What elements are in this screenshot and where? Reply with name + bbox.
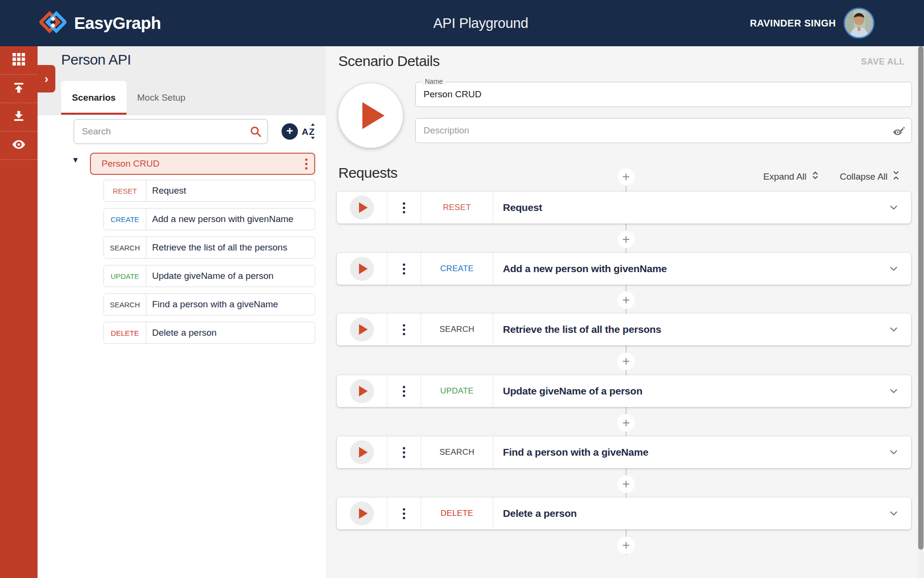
- run-request-button[interactable]: [350, 501, 374, 525]
- request-card[interactable]: RESET Request: [337, 192, 911, 223]
- chevron-down-icon: [888, 263, 899, 275]
- card-play-cell: [337, 375, 387, 407]
- run-request-button[interactable]: [350, 257, 374, 281]
- scrollbar[interactable]: [917, 46, 924, 578]
- method-badge: UPDATE: [104, 265, 146, 287]
- plus-icon: +: [286, 124, 293, 138]
- card-menu-button[interactable]: [387, 253, 421, 285]
- upload-icon: [12, 81, 26, 96]
- list-item-label: Request: [146, 180, 315, 201]
- add-request-button[interactable]: +: [617, 353, 635, 370]
- collapse-all-button[interactable]: Collapse All: [840, 170, 901, 183]
- brand[interactable]: EasyGraph: [39, 0, 161, 46]
- kebab-menu-icon[interactable]: [305, 158, 308, 170]
- sort-az-icon[interactable]: A Z: [302, 123, 319, 142]
- sidebar-expand-handle[interactable]: ›: [38, 65, 55, 92]
- save-all-button[interactable]: SAVE ALL: [861, 57, 905, 67]
- name-field: Name: [415, 82, 912, 107]
- list-item[interactable]: RESET Request: [103, 180, 315, 202]
- card-menu-button[interactable]: [387, 192, 421, 223]
- search-icon[interactable]: [249, 125, 262, 140]
- request-card[interactable]: CREATE Add a new person with givenName: [337, 253, 911, 285]
- name-input[interactable]: [415, 82, 912, 107]
- preview-edit-icon[interactable]: [892, 124, 905, 139]
- run-request-button[interactable]: [350, 440, 374, 464]
- request-card[interactable]: SEARCH Find a person with a giveName: [337, 436, 911, 468]
- add-request-button[interactable]: +: [617, 537, 635, 554]
- list-item-label: Find a person with a giveName: [146, 294, 315, 315]
- left-icon-sidebar: [0, 46, 38, 578]
- sidebar-item-preview[interactable]: [0, 131, 38, 160]
- card-menu-button[interactable]: [387, 375, 421, 407]
- add-scenario-button[interactable]: +: [282, 123, 298, 140]
- expand-all-label: Expand All: [763, 171, 807, 182]
- sidebar-item-apps[interactable]: [0, 46, 38, 75]
- card-play-cell: [337, 314, 387, 345]
- card-play-cell: [337, 436, 387, 468]
- list-item[interactable]: CREATE Add a new person with givenName: [103, 208, 315, 230]
- play-icon: [362, 102, 385, 129]
- card-menu-button[interactable]: [387, 498, 421, 529]
- kebab-menu-icon: [403, 447, 405, 458]
- card-play-cell: [337, 498, 387, 529]
- run-scenario-button[interactable]: [338, 83, 403, 148]
- easygraph-logo-icon: [39, 9, 66, 38]
- chevron-right-icon: ›: [45, 72, 49, 86]
- method-badge: SEARCH: [104, 237, 146, 258]
- request-card[interactable]: UPDATE Update giveName of a person: [337, 375, 911, 407]
- list-item[interactable]: SEARCH Retrieve the list of all the pers…: [103, 236, 315, 259]
- user-menu[interactable]: RAVINDER SINGH: [750, 0, 874, 46]
- collapse-all-label: Collapse All: [840, 171, 887, 182]
- card-menu-button[interactable]: [387, 436, 421, 468]
- add-request-button[interactable]: +: [617, 414, 635, 432]
- scenario-name: Person CRUD: [102, 158, 159, 169]
- tab-mock-setup[interactable]: Mock Setup: [137, 81, 185, 115]
- list-item[interactable]: UPDATE Update giveName of a person: [103, 265, 315, 287]
- method-badge: SEARCH: [421, 314, 493, 345]
- run-request-button[interactable]: [350, 379, 374, 403]
- expand-request-button[interactable]: [876, 436, 911, 468]
- scenario-details-panel: Scenario Details SAVE ALL Name Requests …: [326, 46, 924, 578]
- api-title: Person API: [61, 52, 131, 68]
- search-box: [74, 119, 268, 144]
- expand-request-button[interactable]: [876, 253, 911, 285]
- list-item-label: Retrieve the list of all the persons: [146, 237, 315, 258]
- app: API Playground EasyGraph RAVINDER SINGH: [0, 0, 924, 578]
- expand-all-button[interactable]: Expand All: [763, 170, 820, 183]
- expand-request-button[interactable]: [876, 192, 911, 223]
- play-icon: [359, 324, 368, 335]
- list-item[interactable]: SEARCH Find a person with a giveName: [103, 293, 315, 315]
- play-icon: [359, 508, 368, 519]
- search-input[interactable]: [74, 119, 268, 144]
- add-request-button[interactable]: +: [617, 291, 635, 309]
- list-item[interactable]: DELETE Delete a person: [103, 322, 315, 344]
- add-request-button[interactable]: +: [617, 475, 635, 493]
- avatar[interactable]: [844, 8, 874, 39]
- scenario-details-heading: Scenario Details: [338, 53, 439, 69]
- sidebar-item-download[interactable]: [0, 103, 38, 131]
- run-request-button[interactable]: [350, 317, 374, 342]
- run-request-button[interactable]: [350, 196, 374, 220]
- sidebar-item-upload[interactable]: [0, 75, 38, 103]
- chevron-down-icon: [888, 385, 899, 397]
- svg-text:Z: Z: [309, 127, 315, 137]
- request-title: Retrieve the list of all the persons: [493, 314, 876, 345]
- request-card[interactable]: DELETE Delete a person: [337, 498, 911, 529]
- chevron-down-icon: [888, 508, 899, 519]
- add-request-button[interactable]: +: [617, 231, 635, 248]
- expand-request-button[interactable]: [876, 498, 911, 529]
- expand-request-button[interactable]: [876, 314, 911, 345]
- scrollbar-thumb[interactable]: [918, 46, 924, 550]
- card-menu-button[interactable]: [387, 314, 421, 345]
- request-title: Update giveName of a person: [493, 375, 876, 407]
- request-card[interactable]: SEARCH Retrieve the list of all the pers…: [337, 314, 911, 345]
- brand-name: EasyGraph: [74, 13, 161, 33]
- description-input[interactable]: [415, 118, 912, 143]
- caret-down-icon[interactable]: ▾: [73, 154, 78, 165]
- active-tab-indicator: [61, 113, 127, 115]
- add-request-button[interactable]: +: [617, 168, 635, 185]
- tab-scenarios[interactable]: Scenarios: [61, 81, 127, 115]
- expand-request-button[interactable]: [876, 375, 911, 407]
- kebab-menu-icon: [403, 263, 405, 275]
- scenario-tree-node-selected[interactable]: Person CRUD: [90, 153, 315, 175]
